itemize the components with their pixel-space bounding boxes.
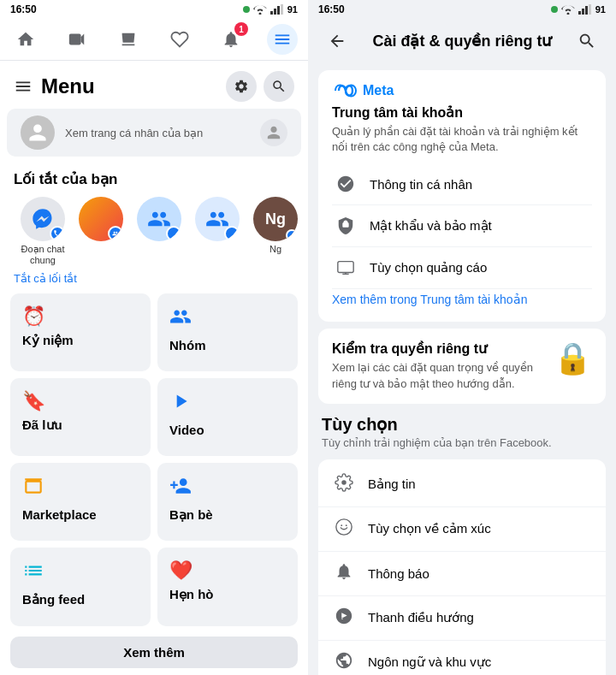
option-cam-xuc[interactable]: Tùy chọn về cảm xúc — [318, 507, 606, 552]
right-battery: 91 — [595, 4, 606, 15]
nav-video[interactable] — [62, 24, 92, 55]
svg-rect-1 — [274, 9, 276, 15]
right-search-button[interactable] — [572, 26, 602, 56]
shortcut-item[interactable] — [130, 197, 188, 265]
svg-rect-8 — [585, 6, 588, 15]
nav-menu[interactable] — [267, 24, 298, 55]
privacy-check-content: Kiểm tra quyền riêng tư Xem lại các cài … — [332, 340, 543, 391]
hen-ho-icon: ❤️ — [169, 560, 286, 582]
back-button[interactable] — [322, 26, 352, 56]
nhom-label: Nhóm — [169, 338, 286, 352]
svg-rect-0 — [270, 11, 273, 15]
bang-feed-label: Bảng feed — [22, 592, 139, 607]
option-bang-tin[interactable]: Bảng tin — [318, 463, 606, 507]
nav-bell[interactable]: 1 — [216, 24, 246, 55]
bang-feed-icon — [22, 560, 139, 587]
right-panel: 16:50 91 Cài đặt & quyền riêng tư Meta — [308, 0, 616, 675]
meta-link[interactable]: Xem thêm trong Trung tâm tài khoản — [332, 289, 592, 310]
see-more-button[interactable]: Xem thêm — [10, 637, 298, 668]
all-shortcuts-link[interactable]: Tắt cả lối tắt — [0, 270, 308, 290]
svg-point-13 — [341, 480, 346, 485]
hamburger-icon — [14, 77, 33, 96]
grid-nhom[interactable]: Nhóm — [157, 293, 298, 371]
shortcut-badge — [108, 226, 123, 241]
shortcut-messenger-badge — [50, 226, 65, 241]
nav-heart[interactable] — [164, 24, 195, 55]
search-button[interactable] — [264, 71, 294, 102]
shortcut-label-ng: Ng — [270, 244, 281, 254]
bang-tin-icon — [332, 473, 356, 496]
meta-label: Meta — [363, 83, 394, 98]
nav-store[interactable] — [113, 24, 144, 55]
ky-niem-label: Kỷ niệm — [22, 333, 139, 348]
profile-avatar-right — [260, 119, 287, 146]
left-time: 16:50 — [10, 3, 37, 15]
grid-ban-be[interactable]: Bạn bè — [157, 463, 298, 542]
grid-da-luu[interactable]: 🔖 Đã lưu — [10, 378, 151, 456]
svg-point-15 — [341, 524, 342, 526]
avatar — [21, 115, 55, 150]
grid-hen-ho[interactable]: ❤️ Hẹn hò — [157, 548, 298, 626]
shortcut-avatar-ng: Ng — [253, 197, 298, 241]
da-luu-icon: 🔖 — [22, 390, 139, 412]
personal-info-icon — [332, 170, 359, 198]
svg-point-14 — [336, 519, 352, 535]
shortcut-item-ng[interactable]: Ng Ng — [246, 197, 305, 265]
options-section-sub: Tùy chỉnh trải nghiệm của bạn trên Faceb… — [322, 436, 602, 449]
thanh-dieu-huong-label: Thanh điều hướng — [368, 610, 474, 625]
da-luu-label: Đã lưu — [22, 417, 139, 433]
grid-bang-feed[interactable]: Bảng feed — [10, 548, 151, 626]
right-active-dot — [551, 6, 558, 13]
ads-prefs-row[interactable]: Tùy chọn quảng cáo — [332, 247, 592, 289]
settings-button[interactable] — [226, 71, 257, 102]
grid-video[interactable]: Video — [157, 378, 298, 456]
ngon-ngu-icon — [332, 651, 356, 674]
option-ngon-ngu[interactable]: Ngôn ngữ và khu vực — [318, 641, 606, 675]
left-status-icons: 91 — [243, 4, 298, 15]
shortcut-item[interactable]: Đoạn chat chung — [14, 197, 72, 265]
option-thong-bao[interactable]: Thông báo — [318, 552, 606, 596]
left-battery: 91 — [287, 4, 298, 15]
shortcut-item[interactable] — [72, 197, 130, 265]
svg-point-16 — [346, 524, 347, 526]
nav-home[interactable] — [10, 24, 41, 55]
right-status-icons: 91 — [551, 4, 606, 15]
shortcut-item[interactable] — [188, 197, 246, 265]
shortcut-badge-4 — [224, 226, 240, 241]
shortcut-avatar — [21, 197, 65, 241]
right-signal-icon — [578, 4, 592, 15]
privacy-check-card[interactable]: Kiểm tra quyền riêng tư Xem lại các cài … — [318, 329, 606, 403]
privacy-check-desc: Xem lại các cài đặt quan trọng về quyền … — [332, 360, 543, 391]
nhom-icon — [169, 305, 286, 333]
meta-logo: Meta — [332, 82, 592, 99]
svg-rect-10 — [338, 262, 353, 273]
menu-title: Menu — [41, 74, 95, 98]
cam-xuc-label: Tùy chọn về cảm xúc — [368, 521, 491, 536]
option-thanh-dieu-huong[interactable]: Thanh điều hướng — [318, 596, 606, 641]
svg-rect-7 — [582, 9, 584, 15]
password-label: Mật khẩu và bảo mật — [370, 218, 492, 234]
svg-marker-5 — [81, 34, 85, 45]
personal-info-row[interactable]: Thông tin cá nhân — [332, 163, 592, 205]
svg-rect-3 — [281, 4, 283, 15]
meta-card-title: Trung tâm tài khoản — [332, 104, 592, 121]
shortcut-avatar — [79, 197, 123, 241]
ads-icon — [332, 254, 359, 281]
grid-marketplace[interactable]: Marketplace — [10, 463, 151, 542]
left-panel: 16:50 91 1 — [0, 0, 308, 675]
right-header-title: Cài đặt & quyền riêng tư — [352, 32, 572, 50]
signal-icon — [270, 4, 284, 15]
privacy-check-icon: 🔒 — [554, 340, 592, 376]
grid-ky-niem[interactable]: ⏰ Kỷ niệm — [10, 293, 151, 371]
hen-ho-label: Hẹn hò — [169, 587, 286, 602]
options-card: Bảng tin Tùy chọn về cảm xúc Thông báo T… — [318, 459, 606, 675]
menu-header: Menu — [0, 61, 308, 109]
right-time: 16:50 — [318, 3, 345, 15]
shortcut-avatar — [137, 197, 181, 241]
password-security-row[interactable]: Mật khẩu và bảo mật — [332, 205, 592, 247]
profile-row[interactable]: Xem trang cá nhân của bạn — [7, 109, 301, 157]
meta-card-desc: Quản lý phần cài đặt tài khoản và trải n… — [332, 124, 592, 155]
personal-info-label: Thông tin cá nhân — [370, 177, 472, 192]
ky-niem-icon: ⏰ — [22, 305, 139, 328]
svg-rect-6 — [578, 11, 581, 15]
